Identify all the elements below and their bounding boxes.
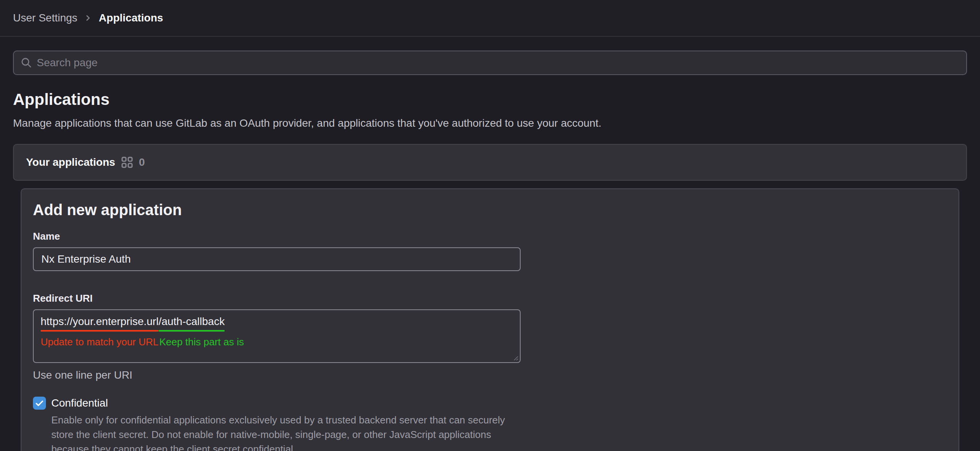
confidential-row: Confidential [33, 397, 947, 410]
your-applications-header: Your applications 0 [13, 144, 967, 181]
checkmark-icon [35, 399, 44, 408]
annotation-keep-part: Keep this part as is [159, 336, 244, 348]
confidential-help: Enable only for confidential application… [51, 413, 518, 451]
redirect-uri-host-segment: https://your.enterprise.urlUpdate to mat… [41, 315, 158, 328]
applications-grid-icon [121, 157, 133, 168]
confidential-checkbox[interactable] [33, 397, 46, 410]
page-title: Applications [13, 90, 967, 109]
redirect-uri-value: https://your.enterprise.urlUpdate to mat… [41, 315, 513, 328]
resize-handle-icon[interactable] [512, 354, 519, 361]
page-description: Manage applications that can use GitLab … [13, 117, 967, 129]
name-input[interactable] [33, 247, 521, 271]
redirect-uri-textarea[interactable]: https://your.enterprise.urlUpdate to mat… [33, 309, 521, 363]
search-input[interactable] [37, 57, 959, 69]
confidential-label[interactable]: Confidential [51, 397, 108, 409]
breadcrumb-link-user-settings[interactable]: User Settings [13, 12, 77, 24]
redirect-uri-path-segment: /auth-callbackKeep this part as is [158, 315, 225, 328]
your-applications-title: Your applications [26, 156, 115, 168]
breadcrumb: User Settings Applications [0, 0, 980, 37]
redirect-uri-label: Redirect URI [33, 292, 947, 304]
card-title: Add new application [33, 201, 947, 219]
breadcrumb-current: Applications [99, 12, 163, 24]
chevron-right-icon [83, 13, 93, 23]
applications-count: 0 [139, 156, 145, 168]
add-application-card: Add new application Name Redirect URI ht… [21, 188, 959, 451]
annotation-update-url: Update to match your URL [41, 336, 158, 348]
name-label: Name [33, 230, 947, 242]
search-icon [21, 57, 32, 69]
page-content: Applications Manage applications that ca… [0, 51, 980, 451]
search-bar[interactable] [13, 51, 967, 75]
redirect-uri-help: Use one line per URI [33, 369, 947, 381]
